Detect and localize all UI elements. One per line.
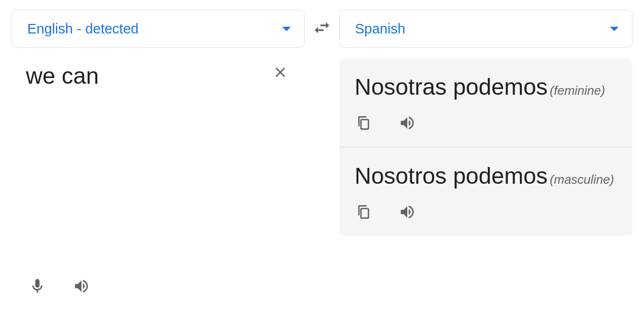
copy-translation-button[interactable] — [356, 115, 372, 133]
copy-translation-button[interactable] — [356, 204, 372, 222]
translation-text: Nosotras podemos — [355, 74, 548, 100]
target-language-label: Spanish — [355, 21, 405, 37]
clear-button[interactable] — [270, 62, 290, 84]
chevron-down-icon — [610, 27, 619, 31]
target-language-select[interactable]: Spanish — [339, 10, 632, 48]
svg-rect-0 — [361, 120, 368, 129]
translation-results: Nosotras podemos (feminine) — [339, 58, 632, 236]
source-text-input[interactable]: we can — [26, 62, 265, 90]
gender-label: (masculine) — [550, 172, 614, 187]
source-language-select[interactable]: English - detected — [12, 10, 305, 48]
chevron-down-icon — [282, 27, 291, 31]
copy-icon — [356, 115, 372, 131]
listen-translation-button[interactable] — [399, 203, 416, 223]
close-icon — [272, 64, 288, 80]
speaker-icon — [399, 114, 416, 132]
voice-input-button[interactable] — [29, 278, 46, 297]
swap-languages-button[interactable] — [312, 18, 332, 39]
gender-label: (feminine) — [550, 83, 605, 98]
translation-result: Nosotras podemos (feminine) — [339, 58, 632, 147]
listen-source-button[interactable] — [73, 278, 90, 297]
translation-result: Nosotros podemos (masculine) — [339, 147, 632, 236]
speaker-icon — [73, 278, 90, 295]
speaker-icon — [399, 203, 416, 221]
copy-icon — [356, 204, 372, 220]
translation-text: Nosotros podemos — [355, 163, 548, 189]
swap-horiz-icon — [312, 18, 332, 37]
listen-translation-button[interactable] — [399, 114, 416, 134]
microphone-icon — [29, 278, 46, 295]
svg-rect-1 — [361, 209, 368, 218]
source-language-label: English - detected — [27, 21, 138, 37]
